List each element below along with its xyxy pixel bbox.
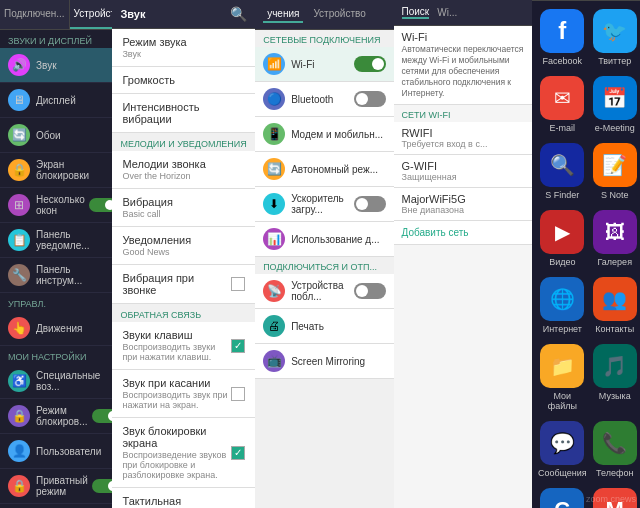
print-item[interactable]: 🖨 Печать bbox=[255, 309, 393, 344]
users-icon: 👤 bbox=[8, 440, 30, 462]
section-sounds-display: ЗВУКИ И ДИСПЛЕЙ bbox=[0, 30, 112, 48]
app-twitter[interactable]: 🐦 Твиттер bbox=[591, 5, 639, 70]
nearby-devices-item[interactable]: 📡 Устройства побл... bbox=[255, 274, 393, 309]
private-toggle[interactable] bbox=[92, 479, 113, 493]
volume-label: Громкость bbox=[122, 74, 245, 86]
wifi-list-panel: Поиск Wi... Wi-Fi Автоматически переключ… bbox=[394, 0, 532, 508]
tab-device[interactable]: Устройство bbox=[70, 0, 113, 29]
wifi-toggle[interactable] bbox=[354, 56, 386, 72]
menu-item-lockscreen[interactable]: 🔒 Экран блокировки bbox=[0, 153, 112, 188]
vibrate-on-ring-check[interactable] bbox=[231, 277, 245, 291]
app-chrome[interactable]: C Chrome bbox=[536, 484, 589, 508]
app-contacts[interactable]: 👥 Контакты bbox=[591, 273, 639, 338]
app-video[interactable]: ▶ Видео bbox=[536, 206, 589, 271]
rwifi-status: Требуется вход в с... bbox=[402, 139, 524, 149]
blocking-icon: 🔒 bbox=[8, 405, 30, 427]
volume-item[interactable]: Громкость bbox=[112, 67, 255, 94]
app-myfiles[interactable]: 📁 Мои файлы bbox=[536, 340, 589, 415]
mobile-hotspot-item[interactable]: 📱 Модем и мобильн... bbox=[255, 117, 393, 152]
haptic-item[interactable]: Тактильная обратная связь Вибрация при н… bbox=[112, 488, 255, 508]
notifications-sub: Good News bbox=[122, 247, 245, 257]
majorwifi-item[interactable]: MajorWiFi5G Вне диапазона bbox=[394, 188, 532, 221]
bluetooth-item[interactable]: 🔵 Bluetooth bbox=[255, 82, 393, 117]
tab-connected[interactable]: Подключен... bbox=[0, 0, 70, 29]
emeeting-icon: 📅 bbox=[593, 76, 637, 120]
multiwindow-toggle[interactable] bbox=[89, 198, 113, 212]
menu-item-private[interactable]: 🔒 Приватный режим bbox=[0, 469, 112, 504]
download-label: Ускоритель загру... bbox=[291, 193, 353, 215]
data-usage-item[interactable]: 📊 Использование д... bbox=[255, 222, 393, 257]
app-internet[interactable]: 🌐 Интернет bbox=[536, 273, 589, 338]
menu-item-wallpaper[interactable]: 🔄 Обои bbox=[0, 118, 112, 153]
wifi-item[interactable]: 📶 Wi-Fi bbox=[255, 47, 393, 82]
menu-item-motions[interactable]: 👆 Движения bbox=[0, 311, 112, 346]
app-gallery[interactable]: 🖼 Галерея bbox=[591, 206, 639, 271]
tab-settings[interactable]: учения bbox=[263, 6, 303, 23]
key-sounds-item[interactable]: Звуки клавиш Воспроизводить звуки при на… bbox=[112, 322, 255, 370]
feedback-section: ОБРАТНАЯ СВЯЗЬ bbox=[112, 304, 255, 322]
app-phone[interactable]: 📞 Телефон bbox=[591, 417, 639, 482]
sound-mode-item[interactable]: Режим звука Звук bbox=[112, 29, 255, 67]
network-connections-section: СЕТЕВЫЕ ПОДКЛЮЧЕНИЯ bbox=[255, 30, 393, 47]
touch-sound-item[interactable]: Звук при касании Воспроизводить звук при… bbox=[112, 370, 255, 418]
tab-device2[interactable]: Устройство bbox=[309, 6, 369, 23]
app-messages[interactable]: 💬 Сообщения bbox=[536, 417, 589, 482]
gwifi-item[interactable]: G-WIFI Защищенная bbox=[394, 155, 532, 188]
lock-sound-item[interactable]: Звук блокировки экрана Воспроизведение з… bbox=[112, 418, 255, 488]
vibrate-on-ring-item[interactable]: Вибрация при звонке bbox=[112, 265, 255, 304]
nearby-toggle[interactable] bbox=[354, 283, 386, 299]
bluetooth-icon: 🔵 bbox=[263, 88, 285, 110]
screen-mirroring-icon: 📺 bbox=[263, 350, 285, 372]
app-sfinder[interactable]: 🔍 S Finder bbox=[536, 139, 589, 204]
ringtones-section: МЕЛОДИИ И УВЕДОМЛЕНИЯ bbox=[112, 133, 255, 151]
app-emeeting[interactable]: 📅 e-Meeting bbox=[591, 72, 639, 137]
motions-icon: 👆 bbox=[8, 317, 30, 339]
rwifi-item[interactable]: RWIFI Требуется вход в с... bbox=[394, 122, 532, 155]
majorwifi-status: Вне диапазона bbox=[402, 205, 524, 215]
search-icon[interactable]: 🔍 bbox=[230, 6, 247, 22]
menu-item-display[interactable]: 🖥 Дисплей bbox=[0, 83, 112, 118]
key-sounds-check[interactable]: ✓ bbox=[231, 339, 245, 353]
touch-sound-check[interactable] bbox=[231, 387, 245, 401]
screen-mirroring-item[interactable]: 📺 Screen Mirroring bbox=[255, 344, 393, 379]
gwifi-status: Защищенная bbox=[402, 172, 524, 182]
menu-item-toolbar[interactable]: 🔧 Панель инструм... bbox=[0, 258, 112, 293]
panel4-header: Поиск Wi... bbox=[394, 0, 532, 26]
airplane-mode-item[interactable]: 🔄 Автономный реж... bbox=[255, 152, 393, 187]
facebook-icon: f bbox=[540, 9, 584, 53]
vibration-intensity-item[interactable]: Интенсивность вибрации bbox=[112, 94, 255, 133]
app-snote[interactable]: 📝 S Note bbox=[591, 139, 639, 204]
blocking-toggle[interactable] bbox=[92, 409, 113, 423]
wifi-info-item[interactable]: Wi-Fi Автоматически переключается между … bbox=[394, 26, 532, 105]
email-icon: ✉ bbox=[540, 76, 584, 120]
ringtone-item[interactable]: Мелодии звонка Over the Horizon bbox=[112, 151, 255, 189]
notifications-item[interactable]: Уведомления Good News bbox=[112, 227, 255, 265]
vibration-intensity-label: Интенсивность вибрации bbox=[122, 101, 245, 125]
vibration-item[interactable]: Вибрация Basic call bbox=[112, 189, 255, 227]
menu-item-accessibility[interactable]: ♿ Специальные воз... bbox=[0, 364, 112, 399]
app-music[interactable]: 🎵 Музыка bbox=[591, 340, 639, 415]
menu-item-notifications[interactable]: 📋 Панель уведомле... bbox=[0, 223, 112, 258]
vibration-sub: Basic call bbox=[122, 209, 245, 219]
menu-item-multiwindow[interactable]: ⊞ Несколько окон bbox=[0, 188, 112, 223]
app-facebook[interactable]: f Facebook bbox=[536, 5, 589, 70]
lock-sound-check[interactable]: ✓ bbox=[231, 446, 245, 460]
download-toggle[interactable] bbox=[354, 196, 386, 212]
bluetooth-toggle[interactable] bbox=[354, 91, 386, 107]
tab-search[interactable]: Поиск bbox=[402, 6, 430, 19]
phone-label: Телефон bbox=[596, 468, 633, 478]
menu-item-users[interactable]: 👤 Пользователи bbox=[0, 434, 112, 469]
data-usage-label: Использование д... bbox=[291, 234, 385, 245]
menu-item-blocking[interactable]: 🔒 Режим блокиров... bbox=[0, 399, 112, 434]
download-booster-item[interactable]: ⬇ Ускоритель загру... bbox=[255, 187, 393, 222]
lockscreen-icon: 🔒 bbox=[8, 159, 30, 181]
wifi-label: Wi-Fi bbox=[291, 59, 353, 70]
app-email[interactable]: ✉ E-mail bbox=[536, 72, 589, 137]
key-sounds-label: Звуки клавиш bbox=[122, 329, 231, 341]
messages-label: Сообщения bbox=[538, 468, 587, 478]
tab-wifi[interactable]: Wi... bbox=[437, 7, 457, 18]
majorwifi-name: MajorWiFi5G bbox=[402, 193, 524, 205]
menu-item-sound[interactable]: 🔊 Звук bbox=[0, 48, 112, 83]
myfiles-icon: 📁 bbox=[540, 344, 584, 388]
add-network-button[interactable]: Добавить сеть bbox=[394, 221, 532, 245]
